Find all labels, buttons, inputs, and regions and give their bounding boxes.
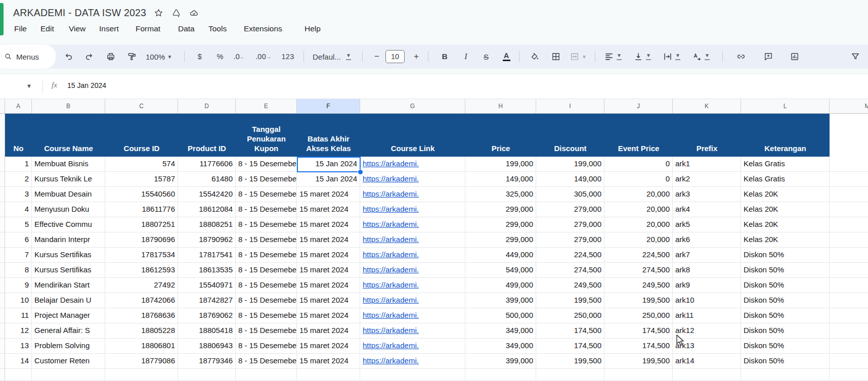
course-link-cell[interactable]: https://arkademi. <box>360 202 465 217</box>
cell-no[interactable]: 12 <box>5 323 32 339</box>
empty-cell[interactable] <box>830 202 868 217</box>
cell-event_price[interactable]: 249,500 <box>604 278 673 293</box>
empty-cell[interactable] <box>465 369 536 381</box>
cell-product_id[interactable]: 18790962 <box>178 232 236 248</box>
menu-data[interactable]: Data <box>176 23 197 34</box>
cell-no[interactable]: 7 <box>5 248 32 263</box>
cell-course_name[interactable]: Membuat Desain <box>32 187 105 202</box>
cell-tanggal[interactable]: 8 - 15 Desemebe <box>236 263 297 278</box>
cell-keterangan[interactable]: Diskon 50% <box>741 248 830 263</box>
cell-batas[interactable]: 15 maret 2024 <box>297 217 360 232</box>
cell-batas[interactable]: 15 maret 2024 <box>297 278 360 293</box>
cell-course_name[interactable]: Belajar Desain U <box>32 293 105 308</box>
cell-course_id[interactable]: 18806801 <box>105 339 178 354</box>
text-rotation-dropdown[interactable]: ▼ <box>692 44 710 69</box>
menu-edit[interactable]: Edit <box>38 23 56 34</box>
column-header-F[interactable]: F <box>297 99 360 113</box>
cell-course_name[interactable]: Kursus Teknik Le <box>32 172 105 187</box>
column-header-G[interactable]: G <box>360 99 465 113</box>
empty-cell[interactable] <box>830 263 868 278</box>
drive-shortcut-icon[interactable] <box>171 8 182 18</box>
empty-cell[interactable] <box>830 232 868 248</box>
cell-product_id[interactable]: 18808251 <box>178 217 236 232</box>
cell-prefix[interactable]: ark1 <box>673 157 741 172</box>
column-header-E[interactable]: E <box>236 99 297 113</box>
column-header-H[interactable]: H <box>465 99 536 113</box>
cell-keterangan[interactable]: Diskon 50% <box>741 354 830 369</box>
cell-no[interactable]: 4 <box>5 202 32 217</box>
cell-tanggal[interactable]: 8 - 15 Desemebe <box>236 248 297 263</box>
cell-course_id[interactable]: 18790696 <box>105 232 178 248</box>
borders-icon[interactable] <box>549 44 562 69</box>
cell-discount[interactable]: 174,500 <box>536 323 604 339</box>
insert-comment-icon[interactable] <box>762 44 775 69</box>
cell-product_id[interactable]: 18613535 <box>178 263 236 278</box>
menus-search-button[interactable]: Menus <box>0 44 56 69</box>
cell-course_name[interactable]: Mendirikan Start <box>32 278 105 293</box>
fill-handle[interactable] <box>358 169 363 175</box>
table-header-cell[interactable]: Course Name <box>32 114 105 157</box>
cell-prefix[interactable]: ark2 <box>673 172 741 187</box>
star-icon[interactable] <box>153 8 164 18</box>
cell-course_name[interactable]: Project Manager <box>32 308 105 323</box>
empty-cell[interactable] <box>830 157 868 172</box>
empty-cell[interactable] <box>32 369 105 381</box>
cell-prefix[interactable]: ark8 <box>673 263 741 278</box>
menu-format[interactable]: Format <box>134 23 162 34</box>
table-header-cell[interactable]: No <box>5 114 32 157</box>
cell-discount[interactable]: 199,500 <box>536 293 604 308</box>
cell-product_id[interactable]: 15540971 <box>178 278 236 293</box>
cell-course_id[interactable]: 18807251 <box>105 217 178 232</box>
cell-course_id[interactable]: 17817534 <box>105 248 178 263</box>
cell-batas[interactable]: 15 maret 2024 <box>297 323 360 339</box>
empty-cell[interactable] <box>830 278 868 293</box>
cell-prefix[interactable]: ark9 <box>673 278 741 293</box>
cell-tanggal[interactable]: 8 - 15 Desemebe <box>236 323 297 339</box>
empty-cell[interactable] <box>105 369 178 381</box>
table-header-cell[interactable]: Tanggal Penukaran Kupon <box>236 114 297 157</box>
cell-batas[interactable]: 15 maret 2024 <box>297 187 360 202</box>
cell-no[interactable]: 8 <box>5 263 32 278</box>
cell-course_name[interactable]: Mandarin Interpr <box>32 232 105 248</box>
cell-product_id[interactable]: 61480 <box>178 172 236 187</box>
cell-keterangan[interactable]: Diskon 50% <box>741 339 830 354</box>
course-link-cell[interactable]: https://arkademi. <box>360 248 465 263</box>
cell-keterangan[interactable]: Kelas 20K <box>741 217 830 232</box>
table-header-cell[interactable]: Product ID <box>178 114 236 157</box>
cell-batas[interactable]: 15 maret 2024 <box>297 293 360 308</box>
empty-cell[interactable] <box>830 369 868 381</box>
cell-price[interactable]: 449,000 <box>465 248 536 263</box>
table-header-cell[interactable]: Course Link <box>360 114 465 157</box>
decrease-font-size-button[interactable]: − <box>370 44 383 69</box>
table-header-cell[interactable]: Event Price <box>604 114 673 157</box>
paint-format-icon[interactable] <box>125 44 139 69</box>
cell-keterangan[interactable]: Diskon 50% <box>741 293 830 308</box>
cell-keterangan[interactable]: Kelas 20K <box>741 202 830 217</box>
cell-course_name[interactable]: General Affair: S <box>32 323 105 339</box>
empty-cell[interactable] <box>830 339 868 354</box>
cell-batas[interactable]: 15 Jan 2024 <box>297 172 360 187</box>
cell-tanggal[interactable]: 8 - 15 Desemebe <box>236 187 297 202</box>
decrease-decimal-button[interactable]: .0← <box>233 44 246 69</box>
table-header-cell[interactable]: Course ID <box>105 114 178 157</box>
cell-product_id[interactable]: 18742827 <box>178 293 236 308</box>
cell-course_id[interactable]: 15787 <box>105 172 178 187</box>
menu-tools[interactable]: Tools <box>206 23 229 34</box>
cell-event_price[interactable]: 199,500 <box>604 354 673 369</box>
format-percent-button[interactable]: % <box>213 44 227 69</box>
cell-price[interactable]: 299,000 <box>465 202 536 217</box>
table-header-cell[interactable]: Keterangan <box>741 114 830 157</box>
cell-course_name[interactable]: Menyusun Doku <box>32 202 105 217</box>
filter-icon[interactable] <box>849 44 862 69</box>
undo-button[interactable] <box>62 44 75 69</box>
cell-batas[interactable]: 15 maret 2024 <box>297 202 360 217</box>
cell-keterangan[interactable]: Diskon 50% <box>741 278 830 293</box>
cell-tanggal[interactable]: 8 - 15 Desemebe <box>236 157 297 172</box>
cell-discount[interactable]: 249,500 <box>536 278 604 293</box>
empty-cell[interactable] <box>536 369 604 381</box>
empty-cell[interactable] <box>236 369 297 381</box>
cell-product_id[interactable]: 17817541 <box>178 248 236 263</box>
empty-cell[interactable] <box>604 369 673 381</box>
cell-course_name[interactable]: Customer Reten <box>32 354 105 369</box>
cell-course_name[interactable]: Problem Solving <box>32 339 105 354</box>
